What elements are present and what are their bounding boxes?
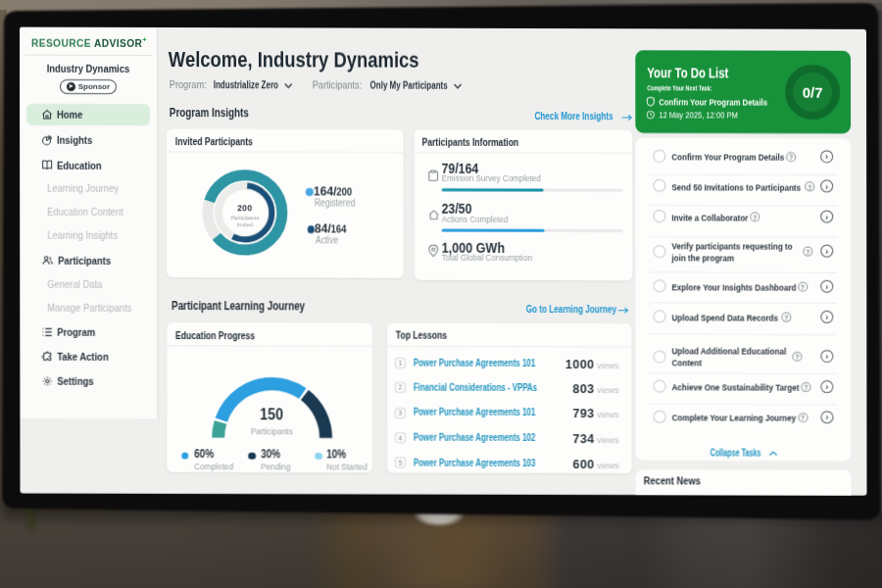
svg-text:Invited: Invited: [236, 220, 252, 226]
svg-text:Participants: Participants: [230, 214, 259, 220]
svg-text:0/7: 0/7: [803, 83, 823, 100]
svg-text:200: 200: [237, 202, 253, 212]
